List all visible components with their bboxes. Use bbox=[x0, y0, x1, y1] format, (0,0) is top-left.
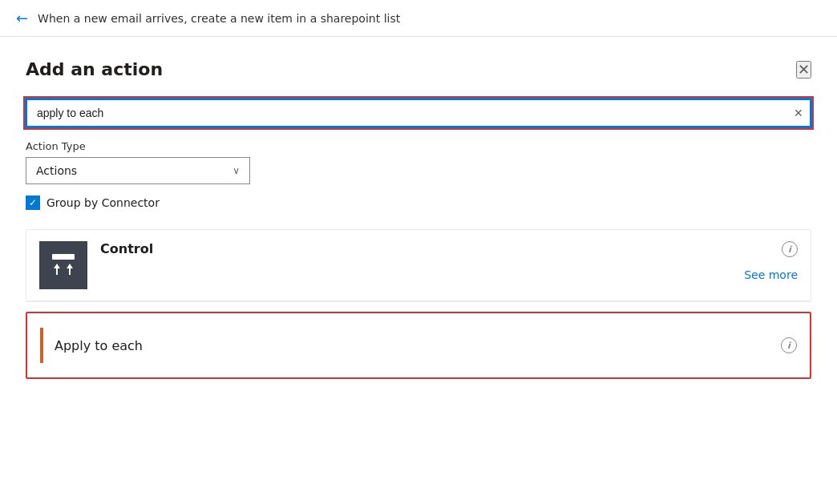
apply-card-right: i bbox=[781, 337, 797, 353]
section-divider bbox=[26, 301, 811, 302]
apply-to-each-info-icon[interactable]: i bbox=[781, 337, 797, 353]
control-icon bbox=[49, 251, 78, 280]
svg-marker-2 bbox=[67, 264, 73, 268]
group-by-connector-row[interactable]: ✓ Group by Connector bbox=[26, 196, 811, 210]
connector-right: i See more bbox=[744, 241, 798, 281]
apply-to-each-label: Apply to each bbox=[55, 338, 781, 353]
action-type-dropdown[interactable]: Actions ∨ bbox=[26, 157, 250, 184]
back-button[interactable]: ← bbox=[16, 10, 28, 26]
apply-card-accent-bar bbox=[40, 328, 43, 363]
close-button[interactable]: ✕ bbox=[796, 61, 811, 79]
see-more-link[interactable]: See more bbox=[744, 268, 798, 281]
action-type-selected: Actions bbox=[36, 164, 77, 177]
top-bar: ← When a new email arrives, create a new… bbox=[0, 0, 837, 37]
search-box-wrapper: ✕ bbox=[26, 99, 811, 127]
panel-title: Add an action bbox=[26, 59, 163, 79]
action-type-label: Action Type bbox=[26, 140, 811, 152]
connector-name: Control bbox=[100, 241, 744, 256]
group-by-connector-checkbox[interactable]: ✓ bbox=[26, 196, 40, 210]
group-by-connector-label: Group by Connector bbox=[46, 196, 160, 209]
svg-rect-0 bbox=[52, 254, 75, 260]
control-info-icon[interactable]: i bbox=[782, 241, 798, 257]
connector-info: Control bbox=[100, 241, 744, 260]
svg-marker-1 bbox=[54, 264, 60, 268]
control-connector-icon-box bbox=[39, 241, 87, 289]
svg-rect-3 bbox=[56, 268, 58, 275]
apply-to-each-card[interactable]: Apply to each i bbox=[26, 312, 811, 379]
search-clear-button[interactable]: ✕ bbox=[794, 107, 803, 119]
search-input[interactable] bbox=[26, 99, 811, 127]
control-connector-card: Control i See more bbox=[26, 229, 811, 301]
breadcrumb-title: When a new email arrives, create a new i… bbox=[38, 12, 400, 25]
svg-rect-4 bbox=[69, 268, 71, 275]
panel-header: Add an action ✕ bbox=[26, 59, 811, 79]
add-action-panel: Add an action ✕ ✕ Action Type Actions ∨ … bbox=[0, 37, 837, 401]
chevron-down-icon: ∨ bbox=[232, 165, 240, 176]
check-icon: ✓ bbox=[29, 198, 37, 208]
